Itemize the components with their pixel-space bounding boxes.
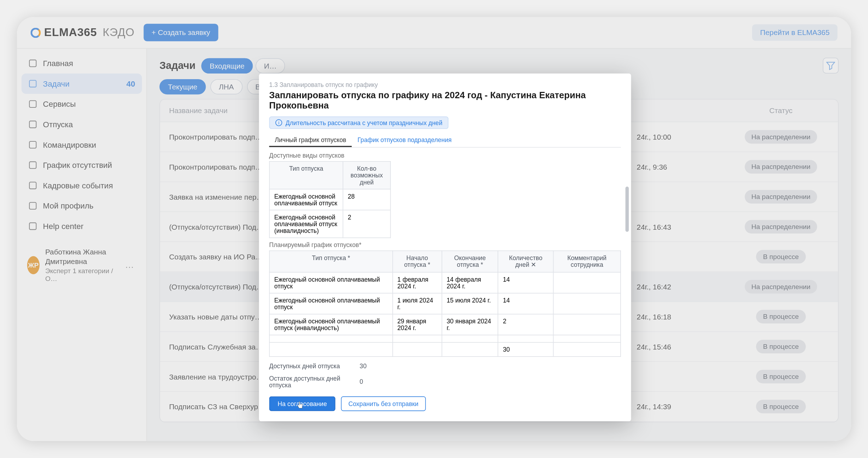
planned-row[interactable] (269, 335, 621, 342)
plan-type[interactable]: Ежегодный основной оплачиваемый отпуск (269, 293, 392, 314)
avail-days-value: 30 (360, 363, 367, 369)
plan-col-comment: Комментарий сотрудника (553, 251, 621, 272)
available-section-label: Доступные виды отпусков (269, 152, 621, 159)
avail-col-type: Тип отпуска (269, 162, 343, 189)
plan-end[interactable]: 14 февраля 2024 г. (442, 272, 498, 293)
info-banner-text: Длительность рассчитана с учетом праздни… (286, 119, 442, 126)
modal-tab[interactable]: График отпусков подразделения (352, 134, 457, 147)
breadcrumb: 1.3 Запланировать отпуск по графику (269, 81, 621, 88)
planned-total: 30 (498, 342, 553, 357)
avail-type: Ежегодный основной оплачиваемый отпуск (269, 189, 343, 210)
avail-col-days: Кол-во возможных дней (343, 162, 390, 189)
info-icon: i (275, 119, 282, 126)
modal-scrollbar[interactable] (626, 187, 629, 232)
planned-schedule-table: Тип отпуска * Начало отпуска * Окончание… (269, 251, 621, 357)
available-types-table: Тип отпуска Кол-во возможных дней Ежегод… (269, 161, 391, 238)
plan-type[interactable]: Ежегодный основной оплачиваемый отпуск (269, 272, 392, 293)
avail-type: Ежегодный основной оплачиваемый отпуск (… (269, 210, 343, 237)
available-row: Ежегодный основной оплачиваемый отпуск (… (269, 210, 390, 237)
avail-days-label: Доступных дней отпуска (269, 363, 348, 369)
plan-count[interactable]: 14 (498, 272, 553, 293)
plan-comment[interactable] (553, 272, 621, 293)
remaining-days-value: 0 (360, 378, 363, 385)
submit-approval-label: На согласование (278, 400, 327, 407)
plan-comment[interactable] (553, 293, 621, 314)
info-banner: i Длительность рассчитана с учетом празд… (269, 117, 449, 129)
plan-start[interactable]: 29 января 2024 г. (393, 314, 442, 335)
vacation-plan-modal: 1.3 Запланировать отпуск по графику Запл… (259, 74, 631, 421)
modal-title: Запланировать отпуска по графику на 2024… (269, 90, 621, 111)
plan-type[interactable] (269, 335, 392, 342)
planned-row[interactable]: Ежегодный основной оплачиваемый отпуск1 … (269, 293, 621, 314)
planned-section-label: Планируемый график отпусков* (269, 241, 621, 248)
plan-type[interactable]: Ежегодный основной оплачиваемый отпуск (… (269, 314, 392, 335)
remaining-days-label: Остаток доступных дней отпуска (269, 375, 348, 388)
plan-end[interactable]: 30 января 2024 г. (442, 314, 498, 335)
plan-start[interactable]: 1 февраля 2024 г. (393, 272, 442, 293)
modal-tab[interactable]: Личный график отпусков (269, 134, 352, 147)
avail-days: 2 (343, 210, 390, 237)
plan-col-end: Окончание отпуска * (442, 251, 498, 272)
plan-end[interactable] (442, 335, 498, 342)
plan-count[interactable]: 14 (498, 293, 553, 314)
avail-days: 28 (343, 189, 390, 210)
plan-count[interactable]: 2 (498, 314, 553, 335)
plan-count[interactable] (498, 335, 553, 342)
save-draft-button[interactable]: Сохранить без отправки (341, 397, 426, 411)
planned-row[interactable]: Ежегодный основной оплачиваемый отпуск (… (269, 314, 621, 335)
available-row: Ежегодный основной оплачиваемый отпуск28 (269, 189, 390, 210)
plan-col-type: Тип отпуска * (269, 251, 392, 272)
plan-end[interactable]: 15 июля 2024 г. (442, 293, 498, 314)
plan-start[interactable] (393, 335, 442, 342)
plan-comment[interactable] (553, 314, 621, 335)
submit-approval-button[interactable]: На согласование (269, 397, 335, 411)
plan-col-count: Количество дней ✕ (498, 251, 553, 272)
planned-row[interactable]: Ежегодный основной оплачиваемый отпуск1 … (269, 272, 621, 293)
plan-comment[interactable] (553, 335, 621, 342)
plan-col-start: Начало отпуска * (393, 251, 442, 272)
plan-start[interactable]: 1 июля 2024 г. (393, 293, 442, 314)
